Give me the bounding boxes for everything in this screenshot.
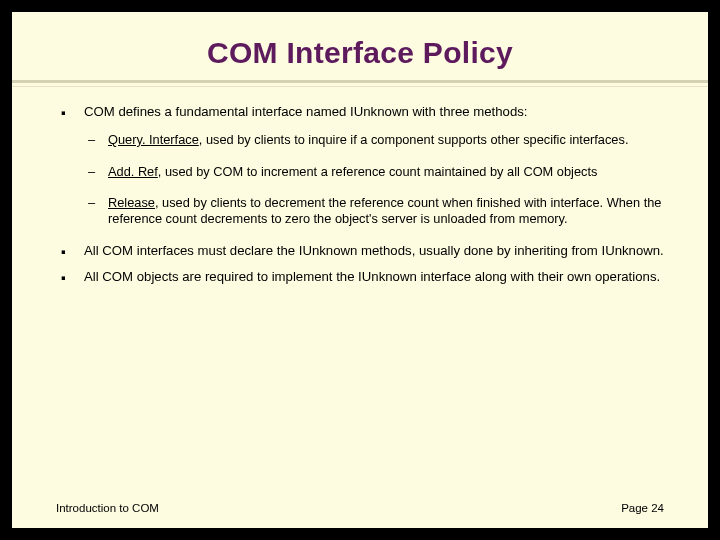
footer-right: Page 24	[621, 502, 664, 514]
bullet-text: All COM interfaces must declare the IUnk…	[84, 243, 664, 258]
bullet-text: All COM objects are required to implemen…	[84, 269, 660, 284]
title-separator	[12, 80, 708, 86]
method-name: Release	[108, 195, 155, 210]
bullet-item: COM defines a fundamental interface name…	[56, 104, 664, 227]
bullet-item: All COM interfaces must declare the IUnk…	[56, 243, 664, 259]
sub-bullet-list: Query. Interface, used by clients to inq…	[84, 132, 664, 226]
bullet-item: All COM objects are required to implemen…	[56, 269, 664, 285]
method-desc: , used by clients to decrement the refer…	[108, 195, 661, 226]
bullet-list: COM defines a fundamental interface name…	[56, 104, 664, 285]
method-name: Add. Ref	[108, 164, 158, 179]
sub-bullet-item: Query. Interface, used by clients to inq…	[84, 132, 664, 148]
slide-content: COM defines a fundamental interface name…	[56, 104, 664, 285]
slide-footer: Introduction to COM Page 24	[56, 502, 664, 514]
method-desc: , used by clients to inquire if a compon…	[199, 132, 629, 147]
sub-bullet-item: Release, used by clients to decrement th…	[84, 195, 664, 226]
sub-bullet-item: Add. Ref, used by COM to increment a ref…	[84, 164, 664, 180]
method-name: Query. Interface	[108, 132, 199, 147]
bullet-text: COM defines a fundamental interface name…	[84, 104, 527, 119]
slide: COM Interface Policy COM defines a funda…	[12, 12, 708, 528]
footer-left: Introduction to COM	[56, 502, 159, 514]
method-desc: , used by COM to increment a reference c…	[158, 164, 598, 179]
slide-title: COM Interface Policy	[56, 36, 664, 70]
